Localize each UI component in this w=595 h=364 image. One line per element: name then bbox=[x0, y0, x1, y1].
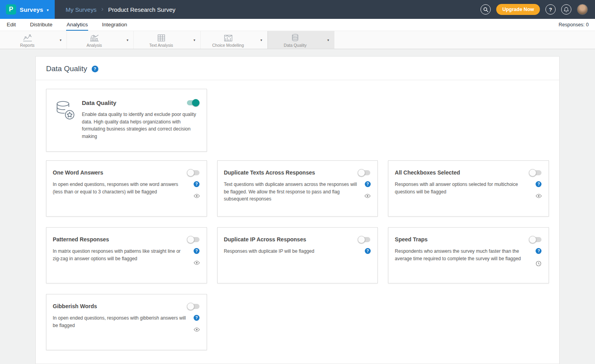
notifications-bell-icon[interactable] bbox=[561, 4, 571, 15]
patterned-responses-toggle[interactable] bbox=[188, 237, 200, 242]
toolbar-item-label: Reports bbox=[20, 43, 35, 48]
chevron-down-icon[interactable]: ▾ bbox=[322, 38, 334, 42]
logo-glyph: P bbox=[9, 6, 13, 13]
box-chart-icon bbox=[224, 34, 233, 42]
eye-icon[interactable] bbox=[194, 261, 200, 265]
card-duplicate-texts-across-responses: Duplicate Texts Across Responses Text qu… bbox=[217, 160, 378, 217]
topbar: P Surveys ▾ My Surveys › Product Researc… bbox=[0, 0, 595, 19]
card-description: Text questions with duplicate answers ac… bbox=[224, 181, 360, 203]
card-icon-rail: ? bbox=[364, 181, 371, 203]
chevron-down-icon[interactable]: ▾ bbox=[122, 38, 133, 42]
main-content: Data Quality ? Data bbox=[0, 49, 595, 364]
duplicate-ip-across-responses-toggle[interactable] bbox=[358, 237, 370, 242]
toggle-knob bbox=[192, 99, 200, 107]
chevron-down-icon[interactable]: ▾ bbox=[188, 38, 200, 42]
chevron-down-icon[interactable]: ▾ bbox=[55, 38, 67, 42]
help-glyph: ? bbox=[538, 249, 540, 253]
eye-icon[interactable] bbox=[194, 194, 200, 198]
topbar-actions: Upgrade Now ? bbox=[480, 4, 595, 15]
product-switcher[interactable]: P Surveys ▾ bbox=[0, 0, 55, 19]
eye-icon[interactable] bbox=[536, 194, 542, 198]
help-glyph: ? bbox=[366, 249, 369, 253]
breadcrumb-my-surveys[interactable]: My Surveys bbox=[66, 6, 96, 13]
card-icon-rail: ? bbox=[535, 181, 542, 198]
tab-edit[interactable]: Edit bbox=[6, 19, 16, 31]
help-icon[interactable]: ? bbox=[92, 66, 98, 72]
card-gibberish-words: Gibberish Words In open ended questions,… bbox=[46, 294, 207, 350]
toolbar-item-label: Data Quality bbox=[284, 43, 307, 48]
card-description: In open ended questions, responses with … bbox=[53, 314, 188, 332]
user-avatar[interactable] bbox=[577, 4, 588, 15]
card-all-checkboxes-selected: All Checkboxes Selected Responses with a… bbox=[388, 160, 549, 217]
help-glyph: ? bbox=[196, 316, 198, 320]
data-quality-database-star-icon bbox=[54, 100, 76, 143]
toggle-knob bbox=[529, 236, 536, 243]
toolbar-item-data-quality[interactable]: Data Quality ▾ bbox=[268, 31, 334, 49]
help-glyph: ? bbox=[538, 182, 540, 186]
card-icon-rail: ? bbox=[193, 314, 200, 332]
upgrade-now-button[interactable]: Upgrade Now bbox=[496, 4, 540, 15]
clock-icon[interactable] bbox=[536, 261, 541, 267]
speed-traps-toggle[interactable] bbox=[530, 237, 541, 242]
analytics-toolbar: Reports ▾ Analysis ▾ Text Analysis ▾ Cho… bbox=[0, 31, 595, 49]
card-description: In open ended questions, responses with … bbox=[53, 181, 188, 198]
survey-nav-tabs-items: EditDistributeAnalyticsIntegration bbox=[6, 19, 141, 31]
all-checkboxes-selected-toggle[interactable] bbox=[530, 170, 541, 175]
gibberish-words-toggle[interactable] bbox=[188, 304, 200, 309]
help-icon[interactable]: ? bbox=[536, 181, 541, 187]
card-title: Duplicate IP Across Responses bbox=[224, 236, 306, 243]
card-speed-traps: Speed Traps Respondents who answers the … bbox=[388, 227, 549, 283]
help-icon[interactable]: ? bbox=[194, 315, 200, 321]
card-title: Gibberish Words bbox=[53, 303, 97, 309]
card-description: Respondents who answers the survey much … bbox=[395, 248, 530, 267]
chevron-down-icon[interactable]: ▾ bbox=[255, 38, 267, 42]
page-title: Data Quality bbox=[46, 64, 87, 73]
card-title: All Checkboxes Selected bbox=[395, 169, 460, 176]
breadcrumb: My Surveys › Product Research Survey bbox=[66, 6, 176, 13]
help-icon[interactable]: ? bbox=[194, 181, 200, 187]
toggle-knob bbox=[187, 303, 194, 310]
tab-analytics[interactable]: Analytics bbox=[66, 19, 88, 31]
toolbar-item-label: Analysis bbox=[87, 43, 102, 48]
card-duplicate-ip-across-responses: Duplicate IP Across Responses Responses … bbox=[217, 227, 378, 283]
help-icon[interactable]: ? bbox=[536, 248, 541, 254]
tab-distribute[interactable]: Distribute bbox=[30, 19, 53, 31]
toolbar-item-choice-modelling[interactable]: Choice Modelling ▾ bbox=[201, 31, 268, 49]
responses-count: Responses: 0 bbox=[559, 22, 589, 28]
one-word-answers-toggle[interactable] bbox=[188, 170, 200, 175]
help-glyph: ? bbox=[196, 182, 198, 186]
help-icon[interactable]: ? bbox=[365, 181, 371, 187]
help-icon[interactable]: ? bbox=[365, 248, 371, 254]
data-quality-toggle[interactable] bbox=[187, 100, 199, 105]
card-icon-rail: ? bbox=[193, 248, 200, 265]
card-title: Speed Traps bbox=[395, 236, 427, 243]
toggle-knob bbox=[529, 169, 536, 176]
table-grid-icon bbox=[157, 34, 165, 42]
questionpro-logo-icon: P bbox=[6, 4, 16, 15]
tab-integration[interactable]: Integration bbox=[102, 19, 128, 31]
card-description: Responses with all answer options select… bbox=[395, 181, 530, 198]
duplicate-texts-across-responses-toggle[interactable] bbox=[358, 170, 370, 175]
help-glyph: ? bbox=[94, 66, 96, 71]
card-icon-rail: ? bbox=[535, 248, 542, 267]
breadcrumb-chevron-icon: › bbox=[101, 5, 103, 13]
help-icon[interactable]: ? bbox=[194, 248, 200, 254]
toolbar-item-analysis[interactable]: Analysis ▾ bbox=[67, 31, 134, 49]
panel-body: Data Quality Enable data quality to iden… bbox=[36, 80, 559, 364]
eye-icon[interactable] bbox=[194, 327, 200, 332]
help-icon[interactable]: ? bbox=[545, 4, 556, 15]
data-quality-panel: Data Quality ? Data bbox=[35, 56, 560, 364]
eye-icon[interactable] bbox=[364, 194, 371, 198]
database-icon bbox=[292, 34, 299, 42]
toolbar-item-text-analysis[interactable]: Text Analysis ▾ bbox=[134, 31, 201, 49]
card-icon-rail: ? bbox=[193, 181, 200, 198]
search-icon[interactable] bbox=[480, 4, 491, 15]
toolbar-item-label: Choice Modelling bbox=[212, 43, 244, 48]
card-description: In matrix question responses with patter… bbox=[53, 248, 188, 265]
product-name: Surveys bbox=[20, 6, 43, 13]
toolbar-item-reports[interactable]: Reports ▾ bbox=[0, 31, 67, 49]
card-icon-rail: ? bbox=[364, 248, 371, 255]
line-chart-icon bbox=[23, 34, 32, 42]
feature-card-title: Data Quality bbox=[82, 99, 116, 106]
toggle-knob bbox=[187, 236, 194, 243]
